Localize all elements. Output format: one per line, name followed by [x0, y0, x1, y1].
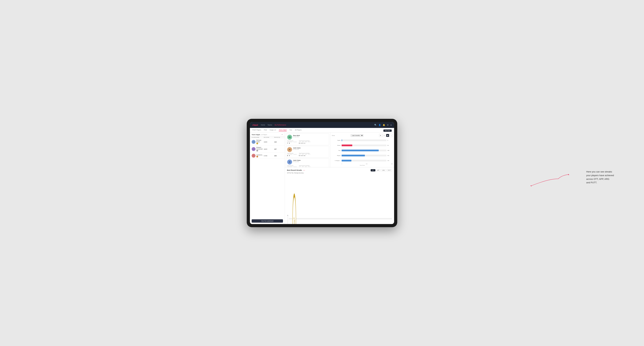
ott-value: 0	[299, 142, 300, 144]
putt-filter-button[interactable]: PUTT	[386, 169, 392, 172]
nav-items: Home Teams My Performance	[261, 124, 374, 126]
view-leaderboard-button[interactable]: View Full Leaderboard	[252, 219, 283, 223]
grid-view-toggle[interactable]: ⊞	[379, 134, 382, 137]
settings-icon[interactable]: ⚙	[387, 124, 389, 126]
table-row[interactable]: C Cameron... 3 17/20 103	[250, 153, 285, 159]
card-name: Josh Coles	[293, 147, 328, 149]
col-pb-score: PB SCORE	[264, 137, 274, 138]
card-date: 26 Aug 2023	[293, 161, 328, 162]
practice-value: 6	[289, 142, 290, 144]
nav-home[interactable]: Home	[261, 124, 265, 126]
chart-view-toggle[interactable]: ▦	[386, 134, 389, 137]
arg-filter-button[interactable]: ARG	[381, 169, 386, 172]
stat-group: Total Rounds Tournament Practice 8 4	[287, 153, 297, 156]
bell-icon[interactable]: 🔔	[383, 124, 385, 126]
app-value: 0	[301, 142, 301, 144]
team-title: Team Clippd	[252, 134, 260, 135]
ott-filter-button[interactable]: OTT	[371, 169, 376, 172]
search-icon[interactable]: 🔍	[374, 124, 377, 126]
subnav-pgat[interactable]: PGAT Players	[252, 129, 261, 131]
silver-badge: 2	[256, 150, 258, 152]
player-score: 17/20	[264, 155, 274, 157]
svg-text:7x: 7x	[294, 215, 295, 224]
section-title: Best Round Streaks ←	[287, 169, 306, 172]
sub-nav-right: Add Team	[384, 129, 392, 132]
chart-x-labels: 0 200 400	[332, 163, 393, 165]
middle-panel: RB Rees Britt 02 Sep 2023 Total Rounds	[285, 133, 394, 224]
subnav-team-clippd[interactable]: Team Clippd	[279, 129, 286, 131]
bronze-badge: 3	[256, 156, 258, 158]
bar-track	[342, 145, 386, 146]
list-item[interactable]: JC Josh Coles 26 Aug 2023 Total Rounds	[286, 158, 329, 167]
card-stats: Total Rounds Tournament Practice 8 4	[287, 153, 328, 156]
view-toggles: ⊞ ≡ ▦ ↕	[379, 134, 393, 137]
stat-group: Total Rounds Tournament Practice 7 2	[287, 165, 297, 167]
stat-filter-btns: OTT APP ARG PUTT	[371, 169, 392, 172]
list-item[interactable]: JC Josh Coles 26 Aug 2023 Total Rounds	[286, 146, 329, 158]
sub-nav: PGAT Players PGA Hcaps 1-5 Team Clippd T…	[250, 128, 394, 133]
player-avg: 110	[274, 141, 283, 143]
chart-plot-area: 7 6 5 4 3 2 7x	[289, 174, 392, 224]
bar-row-eagles: Eagles 3	[332, 140, 393, 141]
panel-header: Team Clippd | 14 Players ✏	[250, 133, 285, 136]
card-info: Josh Coles 26 Aug 2023	[293, 160, 328, 162]
table-row[interactable]: RB Richard Butler 1 19/20 110	[250, 138, 285, 146]
person-icon[interactable]: 👤	[378, 124, 381, 126]
bar-value: 3	[388, 140, 393, 141]
list-item[interactable]: RB Rees Britt 02 Sep 2023 Total Rounds	[286, 134, 329, 145]
subnav-pga[interactable]: PGA	[264, 129, 267, 131]
annotation-arrows	[558, 173, 586, 187]
bar-rows: Eagles 3 Birdies	[332, 138, 393, 163]
bar-fill	[342, 140, 342, 141]
avatar: RB	[252, 140, 256, 144]
bar-track	[342, 140, 386, 141]
subnav-tour[interactable]: Tour	[290, 129, 292, 131]
subnav-all-players[interactable]: All Players	[295, 129, 302, 131]
svg-marker-74	[568, 174, 569, 175]
avatar-icon[interactable]: ●	[390, 124, 392, 126]
app-filter-button[interactable]: APP	[376, 169, 380, 172]
table-view-toggle[interactable]: ↕	[390, 134, 393, 137]
subnav-hcaps[interactable]: Hcaps 1-5	[270, 129, 276, 131]
bar-label: Birdies	[332, 145, 340, 146]
player-cards: RB Rees Britt 02 Sep 2023 Total Rounds	[285, 133, 330, 167]
tournament-value: 8	[287, 155, 288, 156]
table-row[interactable]: EC Edward Crossman 2 18/20 107	[250, 146, 285, 153]
bar-value: 311	[388, 155, 393, 156]
streak-svg: 7 6 5 4 3 2 7x	[289, 174, 392, 224]
edit-icon[interactable]: ✏	[282, 134, 283, 135]
card-top: JC Josh Coles 26 Aug 2023	[287, 160, 328, 165]
nav-teams[interactable]: Teams	[268, 124, 272, 126]
player-info: C Cameron... 3	[252, 154, 264, 158]
bar-row-pars: Pars 499	[332, 150, 393, 151]
card-date: 02 Sep 2023	[293, 136, 328, 137]
player-score: 19/20	[264, 141, 274, 143]
player-count: | 14 Players	[260, 134, 267, 135]
card-name: Josh Coles	[293, 160, 328, 161]
player-name: Richard Butler	[256, 140, 264, 143]
nav-my-performance[interactable]: My Performance	[274, 124, 286, 126]
gold-badge: 1	[256, 143, 258, 144]
add-team-button[interactable]: Add Team	[384, 130, 392, 132]
chart-area: Show Last 3 months ⊞ ≡ ▦ ↕	[330, 133, 394, 167]
avatar: EC	[252, 147, 256, 151]
svg-text:7: 7	[288, 212, 288, 224]
svg-marker-73	[530, 185, 532, 186]
bar-fill	[342, 155, 365, 156]
main-content: Team Clippd | 14 Players ✏ PLAYER NAME P…	[250, 133, 394, 224]
arrow-indicator: ←	[303, 169, 306, 172]
card-top: JC Josh Coles 26 Aug 2023	[287, 147, 328, 152]
top-nav: clippd Home Teams My Performance 🔍 👤 🔔 ⚙…	[250, 122, 394, 128]
practice-value: 4	[289, 155, 290, 156]
avatar: C	[252, 154, 256, 158]
bar-fill	[342, 145, 352, 146]
bar-label: Bogeys	[332, 155, 340, 156]
period-select[interactable]: Last 3 months	[350, 134, 364, 137]
list-view-toggle[interactable]: ≡	[382, 134, 386, 137]
table-header: PLAYER NAME PB SCORE PB AVG SQ	[250, 136, 285, 138]
player-info: EC Edward Crossman 2	[252, 147, 264, 152]
streak-chart: Best Streak, Fairway Accuracy	[287, 174, 392, 224]
bar-row-d-bogeys: D. Bogeys + 131	[332, 160, 393, 162]
bar-chart: Eagles 3 Birdies	[332, 138, 393, 166]
card-stats: Total Rounds Tournament Practice 7 6	[287, 140, 328, 144]
